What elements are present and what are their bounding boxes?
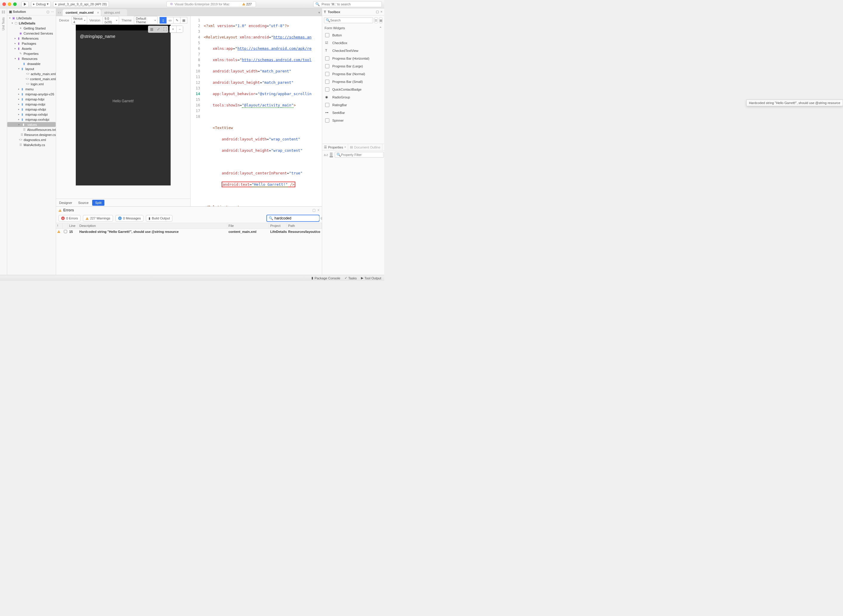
zoom-window-icon[interactable]: [13, 2, 17, 6]
toolbox-category[interactable]: Form Widgets⌃: [322, 25, 384, 31]
designer-view-tabs: Designer Source Split: [56, 199, 190, 206]
values-folder[interactable]: ▸▮values: [7, 122, 56, 127]
cs-file-icon: ☰: [21, 133, 23, 137]
tab-strings[interactable]: strings.xml: [101, 9, 127, 16]
errors-filter[interactable]: ×0 Errors: [59, 215, 81, 221]
warning-count[interactable]: 227: [242, 2, 252, 6]
xml-file-icon: <>: [19, 138, 23, 142]
vs-icon: ⧉: [170, 2, 173, 6]
tabs-overflow-icon[interactable]: ▾: [318, 10, 320, 16]
toolbox-item[interactable]: Progress Bar (Normal): [322, 70, 384, 78]
project-icon: ▢: [14, 21, 18, 25]
global-search-input[interactable]: [322, 2, 380, 6]
property-search-input[interactable]: [341, 153, 382, 157]
solution-icon: ▣: [11, 16, 16, 20]
minimize-window-icon[interactable]: [8, 2, 11, 6]
properties-tab[interactable]: ☰Properties×: [322, 144, 348, 150]
property-search[interactable]: 🔍: [335, 152, 384, 158]
source-tab[interactable]: Source: [75, 199, 92, 206]
toolbox-item[interactable]: Button: [322, 31, 384, 39]
run-button[interactable]: [22, 1, 29, 7]
toolbox-item[interactable]: Spinner: [322, 117, 384, 124]
tool-output-button[interactable]: ▶Tool Output: [361, 276, 381, 280]
errors-table[interactable]: !LineDescriptionFileProjectPath 15 Hardc…: [56, 223, 322, 275]
version-dropdown[interactable]: 9.0 (v28)▾: [103, 16, 119, 25]
toolbox-item[interactable]: Progress Bar (Horizontal): [322, 54, 384, 62]
tab-content-main[interactable]: content_main.xml×: [63, 9, 101, 16]
close-icon[interactable]: ×: [317, 208, 319, 212]
toolbox-grid-view-icon[interactable]: ▦: [379, 17, 383, 23]
error-row[interactable]: 15 Hardcoded string "Hello Garrett!", sh…: [56, 229, 322, 235]
errors-search-input[interactable]: [275, 216, 319, 220]
properties-pane: ☰Properties× ▤Document Outline a.z ☰ 🔍: [322, 144, 384, 275]
config-selector[interactable]: ▸ Debug ▾: [31, 1, 51, 7]
device-selector[interactable]: ▸ pixel_3_pie_9_0_api_28 (API 28): [53, 1, 109, 7]
close-window-icon[interactable]: [2, 2, 6, 6]
close-icon[interactable]: ×: [344, 145, 346, 149]
close-icon[interactable]: ×: [97, 11, 99, 14]
nav-fwd-icon[interactable]: ›: [60, 10, 61, 15]
portrait-button[interactable]: ▯: [160, 17, 167, 23]
code-editor[interactable]: 123456789 101112131415161718 <?xml versi…: [191, 16, 322, 206]
designer-tab[interactable]: Designer: [56, 199, 75, 206]
device-canvas[interactable]: @string/app_name Hello Garrett! ▦⤢⛶ +−: [56, 25, 190, 199]
toolbox-item[interactable]: TCheckedTextView: [322, 47, 384, 54]
expand-icon[interactable]: ▢: [47, 10, 49, 13]
warnings-filter[interactable]: 227 Warnings: [83, 215, 113, 221]
global-search[interactable]: 🔍: [313, 1, 382, 7]
expand-icon[interactable]: ▢: [312, 208, 316, 212]
group-icon[interactable]: ☰: [330, 153, 333, 157]
chevron-up-icon: ⌃: [379, 26, 382, 30]
phone-preview[interactable]: @string/app_name Hello Garrett! ▦⤢⛶ +−: [76, 25, 170, 185]
xml-file-icon: <>: [25, 77, 29, 81]
search-icon: 🔍: [326, 18, 330, 22]
toolbox-item[interactable]: Progress Bar (Small): [322, 78, 384, 85]
sort-az[interactable]: a.z: [324, 153, 328, 157]
toolbox-search[interactable]: 🔍: [324, 17, 373, 23]
nav-back-icon[interactable]: ‹: [58, 10, 59, 15]
unit-tests-tab[interactable]: Unit Tests: [2, 17, 5, 31]
solution-tree[interactable]: ▾▣LifeDetails ▾▢LifeDetails ✦Getting Sta…: [7, 16, 56, 275]
landscape-button[interactable]: ▭: [166, 17, 173, 23]
overlay-remove-icon[interactable]: −: [176, 26, 183, 32]
toolbox-item[interactable]: RatingBar: [322, 101, 384, 109]
device-dropdown[interactable]: Nexus 4▾: [72, 16, 87, 25]
close-icon[interactable]: ×: [380, 10, 382, 14]
toolbox-list[interactable]: Button ☑CheckBox TCheckedTextView Progre…: [322, 31, 384, 144]
folder-icon: ▮: [17, 57, 21, 61]
toolbox-item[interactable]: ⊶SeekBar: [322, 109, 384, 117]
variant-button[interactable]: ✎: [173, 17, 181, 23]
overlay-expand-icon[interactable]: ⤢: [155, 26, 162, 32]
split-tab[interactable]: Split: [92, 200, 104, 206]
canvas-overlay: ▦⤢⛶ +−: [148, 26, 183, 33]
folder-icon: ▮: [20, 117, 25, 122]
tasks-button[interactable]: ✓Tasks: [345, 276, 357, 280]
document-outline-tab[interactable]: ▤Document Outline: [348, 144, 382, 150]
xml-file-icon: <>: [26, 82, 30, 86]
toolbox-list-view-icon[interactable]: ☰: [375, 17, 378, 23]
theme-dropdown[interactable]: Default Theme▾: [134, 16, 157, 25]
overlay-fit-icon[interactable]: ⛶: [162, 26, 168, 32]
toolbox-item[interactable]: ◉RadioGroup: [322, 93, 384, 101]
grid-button[interactable]: ▦: [180, 17, 187, 23]
toolbox-item[interactable]: ☑CheckBox: [322, 39, 384, 47]
overlay-grid-icon[interactable]: ▦: [148, 26, 155, 32]
build-output-button[interactable]: ▮Build Output: [146, 215, 173, 221]
toolbox-header: TToolbox ▢×: [322, 8, 384, 16]
title-pill: ⧉ Visual Studio Enterprise 2019 for Mac …: [166, 1, 256, 7]
svg-marker-0: [24, 3, 26, 6]
flash-icon[interactable]: 𝌮: [1, 10, 5, 14]
search-icon: 🔍: [315, 2, 320, 6]
error-checkbox[interactable]: [64, 230, 67, 233]
errors-search[interactable]: 🔍 ⊘: [266, 215, 319, 222]
package-console-button[interactable]: ▮Package Console: [311, 276, 340, 280]
code-content[interactable]: <?xml version="1.0" encoding="utf-8"?> <…: [203, 16, 311, 206]
options-icon[interactable]: ⋯: [51, 10, 54, 13]
toolbox-item[interactable]: Progress Bar (Large): [322, 62, 384, 70]
folder-icon: ▮: [20, 87, 25, 91]
toolbox-item[interactable]: QuickContactBadge: [322, 85, 384, 93]
overlay-add-icon[interactable]: +: [170, 26, 176, 32]
messages-filter[interactable]: i0 Messages: [115, 215, 144, 221]
toolbox-search-input[interactable]: [330, 19, 372, 22]
expand-icon[interactable]: ▢: [376, 10, 379, 14]
